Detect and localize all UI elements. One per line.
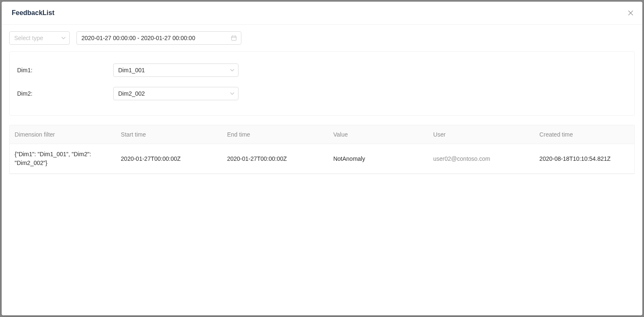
close-button[interactable] — [626, 8, 636, 18]
th-dimension-filter: Dimension filter — [10, 125, 116, 144]
calendar-icon — [231, 35, 237, 41]
th-start-time: Start time — [116, 125, 222, 144]
table-header: Dimension filter Start time End time Val… — [10, 125, 634, 144]
table-row[interactable]: {"Dim1": "Dim1_001", "Dim2": "Dim2_002"}… — [10, 144, 634, 174]
dim1-label: Dim1: — [17, 67, 113, 74]
modal-header: FeedbackList — [2, 2, 642, 25]
dim2-select-value: Dim2_002 — [118, 90, 145, 97]
dim2-label: Dim2: — [17, 90, 113, 97]
close-icon — [628, 10, 633, 15]
type-select-placeholder: Select type — [14, 35, 43, 41]
svg-rect-0 — [232, 36, 236, 41]
td-user: user02@contoso.com — [428, 146, 534, 171]
dim1-select-value: Dim1_001 — [118, 67, 145, 74]
type-select[interactable]: Select type — [9, 31, 70, 45]
td-dimension-filter: {"Dim1": "Dim1_001", "Dim2": "Dim2_002"} — [10, 144, 116, 173]
th-value: Value — [328, 125, 428, 144]
modal-body: Select type 2020-01-27 00:00:00 - 2020-0… — [2, 25, 642, 181]
feedback-list-modal: FeedbackList Select type 2020-01-27 00:0… — [2, 2, 642, 315]
chevron-down-icon — [230, 92, 234, 95]
dim1-select[interactable]: Dim1_001 — [113, 63, 238, 77]
filter-row-dim2: Dim2: Dim2_002 — [17, 82, 627, 105]
td-created-time: 2020-08-18T10:10:54.821Z — [535, 146, 634, 171]
chevron-down-icon — [230, 69, 234, 71]
td-end-time: 2020-01-27T00:00:00Z — [222, 146, 328, 171]
feedback-table: Dimension filter Start time End time Val… — [9, 125, 635, 174]
date-range-picker[interactable]: 2020-01-27 00:00:00 - 2020-01-27 00:00:0… — [76, 31, 241, 45]
top-controls: Select type 2020-01-27 00:00:00 - 2020-0… — [9, 31, 635, 45]
chevron-down-icon — [61, 37, 66, 39]
filter-row-dim1: Dim1: Dim1_001 — [17, 58, 627, 82]
dim2-select[interactable]: Dim2_002 — [113, 87, 238, 100]
th-created-time: Created time — [535, 125, 634, 144]
dimension-filters-card: Dim1: Dim1_001 Dim2: Dim2_002 — [9, 51, 635, 116]
modal-title: FeedbackList — [12, 8, 632, 18]
td-start-time: 2020-01-27T00:00:00Z — [116, 146, 222, 171]
th-end-time: End time — [222, 125, 328, 144]
th-user: User — [428, 125, 534, 144]
td-value: NotAnomaly — [328, 146, 428, 171]
date-range-value: 2020-01-27 00:00:00 - 2020-01-27 00:00:0… — [81, 35, 195, 41]
